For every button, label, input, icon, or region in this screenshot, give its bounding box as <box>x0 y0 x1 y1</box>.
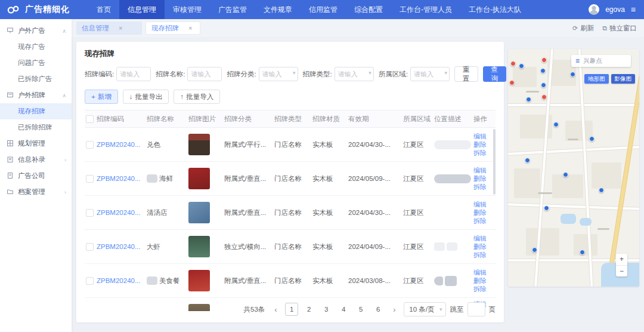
map-search-box[interactable]: ≡ 兴趣点 <box>571 55 631 67</box>
page-button-6[interactable]: 6 <box>371 303 385 316</box>
poi-marker[interactable] <box>541 94 547 100</box>
sign-code-link[interactable]: ZPBM20240... <box>97 209 147 216</box>
poi-marker[interactable] <box>563 172 568 177</box>
user-avatar[interactable] <box>589 4 599 15</box>
sign-code-link[interactable]: ZPBM20240... <box>97 175 147 182</box>
select-all-checkbox[interactable] <box>86 115 94 123</box>
next-page-icon[interactable]: › <box>389 305 400 314</box>
sign-photo[interactable] <box>188 202 210 223</box>
delete-link[interactable]: 删除 <box>473 277 491 285</box>
sidebar-item-removed-ads[interactable]: 已拆除广告 <box>0 71 72 87</box>
page-size-select[interactable]: 10 条/页 ▾ <box>404 302 445 316</box>
add-button[interactable]: + 新增 <box>85 90 118 104</box>
poi-marker[interactable] <box>525 158 530 163</box>
poi-marker[interactable] <box>540 68 546 73</box>
nav-item-file-rules[interactable]: 文件规章 <box>255 0 301 19</box>
edit-link[interactable]: 编辑 <box>473 235 491 242</box>
row-checkbox[interactable] <box>86 277 94 285</box>
sign-photo[interactable] <box>188 236 210 257</box>
standalone-window-button[interactable]: ⧉ 独立窗口 <box>602 24 637 33</box>
demolish-link[interactable]: 拆除 <box>473 183 491 191</box>
poi-marker[interactable] <box>589 136 595 142</box>
poi-marker[interactable] <box>541 57 547 63</box>
row-checkbox[interactable] <box>86 175 94 183</box>
brand[interactable]: 广告精细化 <box>0 4 88 15</box>
sidebar-item-info-supplement[interactable]: 信息补录 › <box>0 152 72 168</box>
poi-marker[interactable] <box>509 80 515 85</box>
poi-marker[interactable] <box>570 72 575 77</box>
nav-item-home[interactable]: 首页 <box>88 0 119 19</box>
jump-page-input[interactable] <box>467 302 485 316</box>
row-checkbox[interactable] <box>86 141 94 149</box>
zoom-out-button[interactable]: − <box>616 266 627 277</box>
delete-link[interactable]: 删除 <box>473 175 491 183</box>
demolish-link[interactable]: 拆除 <box>473 251 491 259</box>
sidebar-item-problem-ads[interactable]: 问题广告 <box>0 55 72 71</box>
nav-item-audit-mgmt[interactable]: 审核管理 <box>165 0 210 19</box>
batch-import-button[interactable]: ↑ 批量导入 <box>174 90 220 104</box>
sign-code-link[interactable]: ZPBM20240... <box>97 277 147 284</box>
page-button-2[interactable]: 2 <box>302 303 315 316</box>
edit-link[interactable]: 编辑 <box>473 167 491 174</box>
poi-marker[interactable] <box>532 247 537 253</box>
row-checkbox[interactable] <box>86 209 94 217</box>
sign-code-link[interactable]: ZPBM20240... <box>97 243 147 250</box>
nav-item-info-mgmt[interactable]: 信息管理 <box>119 0 165 19</box>
terrain-layer-button[interactable]: 地形图 <box>584 74 609 84</box>
sidebar-item-removed-signs[interactable]: 已拆除招牌 <box>0 119 72 136</box>
nav-item-config[interactable]: 综合配置 <box>346 0 391 19</box>
prev-page-icon[interactable]: ‹ <box>270 305 281 314</box>
sign-photo[interactable] <box>188 270 210 291</box>
sign-type-select[interactable] <box>335 67 374 81</box>
menu-icon[interactable]: ≡ <box>575 57 580 64</box>
delete-link[interactable]: 删除 <box>473 209 491 217</box>
page-button-1[interactable]: 1 <box>285 303 298 316</box>
edit-link[interactable]: 编辑 <box>473 201 491 208</box>
search-button[interactable]: 查询 <box>483 66 507 82</box>
table-scrollbar[interactable] <box>493 129 496 195</box>
poi-marker[interactable] <box>553 122 559 127</box>
poi-marker[interactable] <box>519 63 524 69</box>
hamburger-menu-icon[interactable]: ≡ <box>631 5 636 14</box>
sign-photo[interactable] <box>188 134 210 155</box>
page-button-3[interactable]: 3 <box>320 303 333 316</box>
demolish-link[interactable]: 拆除 <box>473 149 491 157</box>
nav-item-workbench-admin[interactable]: 工作台-管理人员 <box>391 0 460 19</box>
tab-info-mgmt[interactable]: 信息管理 × <box>76 21 142 35</box>
page-button-5[interactable]: 5 <box>354 303 367 316</box>
reset-button[interactable]: 重置 <box>454 66 478 82</box>
sidebar-item-existing-ads[interactable]: 现存广告 <box>0 39 72 55</box>
sidebar-group-outdoor-signs[interactable]: 户外招牌 ∧ <box>0 87 72 103</box>
batch-export-button[interactable]: ↓ 批量导出 <box>123 90 169 104</box>
sign-code-link[interactable]: ZPBM20240... <box>97 141 147 148</box>
poi-marker[interactable] <box>599 187 604 193</box>
refresh-button[interactable]: ⟳ 刷新 <box>572 24 594 33</box>
page-button-4[interactable]: 4 <box>337 303 350 316</box>
delete-link[interactable]: 删除 <box>473 243 491 251</box>
demolish-link[interactable]: 拆除 <box>473 217 491 225</box>
edit-link[interactable]: 编辑 <box>473 133 491 140</box>
sign-category-select[interactable] <box>259 67 298 81</box>
zoom-in-button[interactable]: + <box>616 254 627 266</box>
nav-item-credit-supervision[interactable]: 信用监管 <box>301 0 346 19</box>
sidebar-item-existing-signs[interactable]: 现存招牌 <box>0 103 72 119</box>
nav-item-ad-supervision[interactable]: 广告监管 <box>210 0 255 19</box>
imagery-layer-button[interactable]: 影像图 <box>611 74 636 84</box>
sidebar-item-archive-mgmt[interactable]: 档案管理 › <box>0 184 72 200</box>
sign-photo[interactable] <box>188 168 210 189</box>
row-checkbox[interactable] <box>86 243 94 251</box>
demolish-link[interactable]: 拆除 <box>473 285 491 293</box>
close-icon[interactable]: × <box>119 24 122 32</box>
nav-item-workbench-enforcement[interactable]: 工作台-执法大队 <box>460 0 530 19</box>
sign-name-input[interactable] <box>187 67 222 81</box>
edit-link[interactable]: 编辑 <box>473 269 491 276</box>
poi-marker[interactable] <box>580 250 585 255</box>
delete-link[interactable]: 删除 <box>473 141 491 149</box>
sidebar-item-ad-company[interactable]: 广告公司 <box>0 168 72 184</box>
close-icon[interactable]: × <box>188 24 192 32</box>
poi-marker[interactable] <box>510 61 516 66</box>
poi-marker[interactable] <box>541 82 546 88</box>
sign-code-input[interactable] <box>116 67 151 81</box>
poi-marker[interactable] <box>526 97 531 102</box>
poi-marker[interactable] <box>544 205 549 211</box>
